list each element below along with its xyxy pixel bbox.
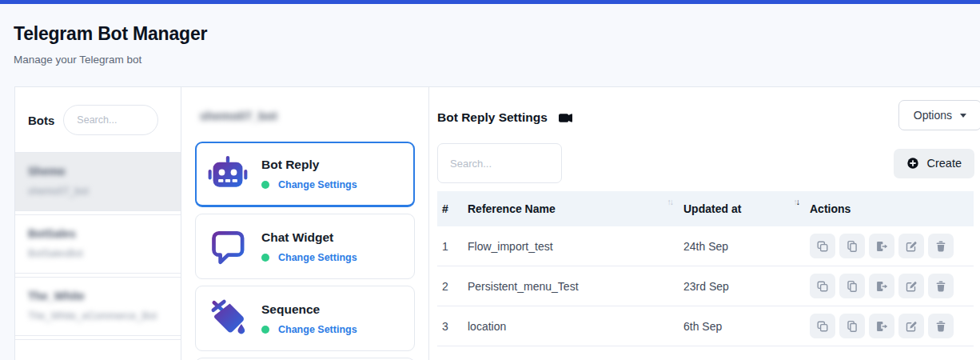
bot-username: shemo07_bot xyxy=(28,186,168,197)
page-title: Telegram Bot Manager xyxy=(14,23,966,45)
create-button[interactable]: Create xyxy=(894,149,974,178)
export-button[interactable] xyxy=(869,314,894,338)
page-header: Telegram Bot Manager Manage your Telegra… xyxy=(0,4,980,66)
edit-button[interactable] xyxy=(898,314,924,338)
settings-title: Bot Reply Settings xyxy=(437,110,548,125)
copy-button[interactable] xyxy=(810,314,835,338)
column-header-reference-name[interactable]: Reference Name ↑↓ xyxy=(461,191,677,226)
options-label: Options xyxy=(914,109,952,122)
bot-list-item[interactable]: The_White The_White_eCommerce_Bot xyxy=(15,277,181,336)
row-actions xyxy=(803,266,974,306)
bot-list: Shemo shemo07_bot BotSales BotSalesBot T… xyxy=(15,152,181,360)
chat-bubble-icon xyxy=(208,226,248,266)
change-settings-link[interactable]: Change Settings xyxy=(278,252,357,263)
feature-name: Sequence xyxy=(261,302,357,317)
row-actions xyxy=(803,226,974,266)
status-dot xyxy=(261,254,269,262)
robot-icon xyxy=(208,154,248,194)
updated-at: 6th Sep xyxy=(677,306,803,346)
feature-card-bot-reply[interactable]: Bot Reply Change Settings xyxy=(195,142,415,207)
bot-reply-settings-panel: Bot Reply Settings Options Create xyxy=(429,87,980,360)
column-header-actions: Actions xyxy=(803,191,974,226)
status-dot xyxy=(261,326,269,334)
create-label: Create xyxy=(926,157,962,170)
feature-info: Sequence Change Settings xyxy=(261,302,357,335)
export-button[interactable] xyxy=(869,274,894,298)
table-row: 2 Persistent_menu_Test 23rd Sep xyxy=(437,266,974,306)
delete-button[interactable] xyxy=(928,234,954,258)
bot-name: Shemo xyxy=(28,165,168,178)
column-header-label: Updated at xyxy=(683,202,741,215)
row-actions xyxy=(803,306,974,346)
feature-name: Bot Reply xyxy=(261,158,357,172)
feature-action-row: Change Settings xyxy=(261,324,357,335)
column-header-label: Actions xyxy=(810,202,851,215)
edit-button[interactable] xyxy=(898,234,924,258)
feature-action-row: Change Settings xyxy=(261,179,357,190)
page-subtitle: Manage your Telegram bot xyxy=(14,54,966,66)
bot-username: The_White_eCommerce_Bot xyxy=(28,310,168,322)
sort-icon[interactable]: ↑↓ xyxy=(667,197,673,206)
bot-name: The_White xyxy=(28,290,168,302)
options-button[interactable]: Options xyxy=(898,100,980,130)
delete-button[interactable] xyxy=(928,274,954,298)
feature-card-chat-widget[interactable]: Chat Widget Change Settings xyxy=(195,214,415,279)
table-row: 1 Flow_import_test 24th Sep xyxy=(437,226,974,266)
main-panel: Bots Shemo shemo07_bot BotSales BotSales… xyxy=(14,86,980,360)
sort-icon-active-desc[interactable]: ↑↓ xyxy=(794,197,799,206)
reference-name: Flow_import_test xyxy=(461,226,677,266)
duplicate-button[interactable] xyxy=(839,234,865,258)
delete-button[interactable] xyxy=(928,314,954,338)
status-dot xyxy=(261,181,269,189)
feature-card-sequence[interactable]: Sequence Change Settings xyxy=(195,286,415,351)
reference-name: Persistent_menu_Test xyxy=(461,266,677,306)
reference-name: location xyxy=(461,306,677,346)
change-settings-link[interactable]: Change Settings xyxy=(278,324,357,335)
bot-list-item[interactable] xyxy=(15,339,181,360)
bot-list-item[interactable]: Shemo shemo07_bot xyxy=(15,152,181,211)
feature-card-list: Bot Reply Change Settings Chat Widget xyxy=(195,142,415,360)
updated-at: 24th Sep xyxy=(677,226,803,266)
bot-username: BotSalesBot xyxy=(28,248,168,259)
copy-button[interactable] xyxy=(810,234,835,258)
feature-info: Chat Widget Change Settings xyxy=(261,230,357,263)
bot-features-column: shemo07_bot xyxy=(181,87,429,360)
column-header-updated-at[interactable]: Updated at ↑↓ xyxy=(677,191,803,226)
video-camera-icon[interactable] xyxy=(559,111,572,125)
bot-reply-table: # Reference Name ↑↓ Updated at ↑↓ Action… xyxy=(437,191,974,346)
row-index: 2 xyxy=(437,266,461,306)
chevron-down-icon xyxy=(960,114,966,118)
bots-title: Bots xyxy=(28,114,54,127)
column-header-index: # xyxy=(437,191,461,226)
table-row: 3 location 6th Sep xyxy=(437,306,974,346)
settings-header: Bot Reply Settings Options xyxy=(436,87,980,130)
bots-search-input[interactable] xyxy=(63,105,158,135)
edit-button[interactable] xyxy=(898,274,924,298)
bots-sidebar: Bots Shemo shemo07_bot BotSales BotSales… xyxy=(15,87,181,360)
bots-sidebar-header: Bots xyxy=(15,87,181,152)
updated-at: 23rd Sep xyxy=(677,266,803,306)
reference-search-input[interactable] xyxy=(437,143,562,183)
feature-name: Chat Widget xyxy=(261,230,357,245)
bot-list-item[interactable]: BotSales BotSalesBot xyxy=(15,214,181,274)
paint-bucket-icon xyxy=(208,298,248,338)
selected-bot-title: shemo07_bot xyxy=(200,109,410,122)
duplicate-button[interactable] xyxy=(839,314,865,338)
duplicate-button[interactable] xyxy=(839,274,865,298)
row-index: 3 xyxy=(437,306,461,346)
change-settings-link[interactable]: Change Settings xyxy=(278,179,357,190)
copy-button[interactable] xyxy=(810,274,835,298)
settings-title-row: Bot Reply Settings xyxy=(437,110,572,125)
export-button[interactable] xyxy=(869,234,894,258)
feature-action-row: Change Settings xyxy=(261,252,357,263)
table-header-row: # Reference Name ↑↓ Updated at ↑↓ Action… xyxy=(437,191,974,226)
plus-circle-icon xyxy=(906,157,919,170)
bot-name: BotSales xyxy=(28,227,168,240)
column-header-label: Reference Name xyxy=(468,202,556,215)
feature-info: Bot Reply Change Settings xyxy=(261,158,357,190)
settings-toolbar: Create xyxy=(437,143,974,183)
row-index: 1 xyxy=(437,226,461,266)
